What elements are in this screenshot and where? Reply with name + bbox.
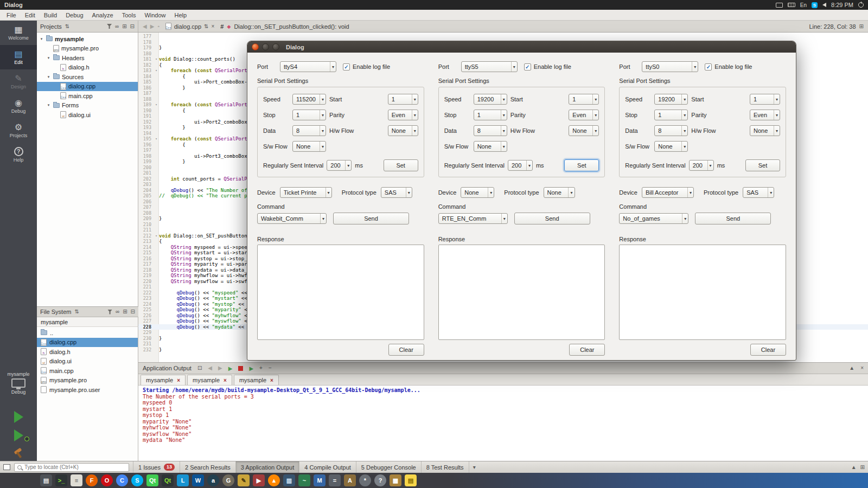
enable-log-checkbox-col3[interactable]: ✓Enable log file (705, 63, 752, 70)
run-icon[interactable]: ▶ (228, 365, 233, 371)
language-indicator[interactable]: En (800, 2, 807, 8)
output-tab-1[interactable]: mysample× (141, 375, 186, 385)
stop-combobox-col3[interactable]: 1▾ (654, 110, 688, 120)
minimize-window-button[interactable] (262, 43, 269, 50)
opera-icon[interactable]: O (101, 474, 113, 486)
clear-button-col2[interactable]: Clear (569, 344, 605, 356)
start-combobox-col2[interactable]: 1▾ (569, 94, 599, 105)
filesystem-panel-title[interactable]: File System (40, 309, 71, 315)
sync-with-editor-icon[interactable]: ∞ (116, 309, 119, 314)
swflow-combobox-col2[interactable]: None▾ (474, 141, 507, 152)
display-icon[interactable] (776, 3, 783, 8)
filesystem-item[interactable]: mysample.pro.user (37, 385, 138, 395)
fold-marker-icon[interactable]: ▾ (154, 102, 159, 108)
send-button-col3[interactable]: Send (695, 213, 771, 224)
clock[interactable]: 8:29 PM (831, 2, 853, 8)
port-combobox-col2[interactable]: ttyS5▾ (461, 61, 518, 72)
skype-icon[interactable]: S (131, 474, 143, 486)
skype-tray-icon[interactable]: S (812, 2, 818, 8)
protocol-combobox-col2[interactable]: None▾ (544, 187, 575, 198)
project-tree-item[interactable]: ▾Headers (37, 53, 138, 63)
menu-tools[interactable]: Tools (118, 11, 141, 20)
mode-debug[interactable]: ◉Debug (0, 94, 37, 118)
output-tab-3[interactable]: mysample× (234, 375, 279, 385)
parity-combobox-col1[interactable]: Even▾ (388, 110, 418, 120)
close-panel-icon[interactable]: ⊟ (131, 309, 135, 314)
port-combobox-col1[interactable]: ttyS4▾ (280, 61, 336, 72)
output-pane-tab-1[interactable]: 1 Issues13 (133, 461, 180, 473)
power-icon[interactable] (858, 2, 864, 8)
project-tree-item[interactable]: promysample.pro (37, 44, 138, 54)
fold-marker-icon[interactable]: ▾ (154, 233, 159, 239)
set-button-col3[interactable]: Set (745, 159, 780, 171)
add-output-pane-icon[interactable]: + (259, 365, 263, 371)
output-pane-tab-5[interactable]: 5 Debugger Console (356, 461, 422, 473)
expander-icon[interactable]: ▾ (46, 75, 51, 79)
firefox-icon[interactable]: F (86, 474, 98, 486)
sticky-notes-icon[interactable]: ▤ (405, 474, 417, 486)
response-textarea-col3[interactable] (619, 245, 786, 340)
sync-with-editor-icon[interactable]: ∞ (115, 24, 119, 29)
run-debug-button[interactable] (14, 429, 23, 441)
build-button[interactable] (13, 448, 24, 459)
speed-combobox-col2[interactable]: 19200▾ (474, 94, 507, 105)
expander-icon[interactable]: ▾ (46, 103, 51, 107)
clear-button-col3[interactable]: Clear (750, 344, 786, 356)
output-pane-tab-6[interactable]: 8 Test Results (422, 461, 469, 473)
output-pane-tab-2[interactable]: 2 Search Results (180, 461, 236, 473)
protocol-combobox-col3[interactable]: SAS▾ (743, 187, 774, 198)
clear-button-col1[interactable]: Clear (388, 344, 424, 356)
swflow-combobox-col3[interactable]: None▾ (654, 141, 688, 152)
menu-help[interactable]: Help (170, 11, 192, 20)
speed-combobox-col3[interactable]: 19200▾ (654, 94, 688, 105)
interval-combobox-col2[interactable]: 200▾ (508, 160, 533, 171)
interval-combobox-col1[interactable]: 200▾ (327, 160, 352, 171)
project-tree-item[interactable]: uidialog.ui (37, 110, 138, 120)
menu-window[interactable]: Window (140, 11, 170, 20)
text-editor-icon[interactable]: ≡ (71, 474, 82, 486)
filter-icon[interactable] (107, 310, 112, 314)
open-in-editor-icon[interactable]: ⊡ (197, 365, 202, 371)
previous-item-icon[interactable]: ◀ (208, 365, 212, 371)
split-panel-icon[interactable]: ⊞ (122, 24, 126, 29)
mail-icon[interactable]: M (314, 474, 326, 486)
filesystem-root[interactable]: mysample (37, 317, 138, 327)
close-output-panel-icon[interactable]: × (860, 365, 864, 371)
fold-marker-icon[interactable]: ▾ (154, 68, 159, 74)
projects-panel-title[interactable]: Projects (40, 23, 62, 30)
back-icon[interactable]: ◀ (143, 24, 147, 29)
project-tree-item[interactable]: ▾mysample (37, 34, 138, 44)
package-icon[interactable]: ▦ (390, 474, 401, 486)
help-icon[interactable]: ? (374, 474, 386, 486)
device-combobox-col2[interactable]: None▾ (461, 187, 494, 198)
data-combobox-col3[interactable]: 8▾ (654, 125, 688, 136)
filesystem-item[interactable]: promysample.pro (37, 376, 138, 386)
menu-file[interactable]: File (2, 11, 21, 20)
close-tab-icon[interactable]: × (270, 377, 273, 383)
keyboard-icon[interactable] (788, 3, 795, 7)
project-tree-item[interactable]: ▾Sources (37, 72, 138, 82)
next-item-icon[interactable]: ▶ (218, 365, 222, 371)
fold-marker-icon[interactable]: ▾ (154, 136, 159, 142)
protocol-combobox-col1[interactable]: SAS▾ (381, 187, 412, 198)
expand-panel-icon[interactable]: ▲ (851, 465, 857, 470)
close-tab-icon[interactable]: × (177, 377, 180, 383)
panel-selector-arrows-icon[interactable]: ⇅ (74, 309, 79, 314)
project-tree-item[interactable]: C++dialog.cpp (37, 82, 138, 92)
close-document-icon[interactable]: × (212, 24, 215, 29)
volume-icon[interactable] (822, 3, 826, 7)
filesystem-item[interactable]: C++main.cpp (37, 366, 138, 376)
rerun-debug-icon[interactable]: ▶ (249, 365, 253, 371)
project-tree-item[interactable]: hdialog.h (37, 63, 138, 73)
toggle-sidebar-icon[interactable]: ⊞ (860, 465, 865, 470)
dialog-titlebar[interactable]: Dialog (247, 41, 796, 53)
hwflow-combobox-col3[interactable]: None▾ (750, 125, 780, 136)
set-button-col2[interactable]: Set (564, 159, 599, 171)
mode-help[interactable]: ?Help (0, 143, 37, 167)
speed-combobox-col1[interactable]: 115200▾ (292, 94, 326, 105)
expander-icon[interactable]: ▾ (46, 56, 51, 60)
mode-projects[interactable]: ⚙Projects (0, 118, 37, 143)
device-combobox-col1[interactable]: Ticket Printe▾ (280, 187, 332, 198)
command-combobox-col2[interactable]: RTE_EN_Comm▾ (438, 213, 508, 224)
filesystem-item[interactable]: hdialog.h (37, 347, 138, 357)
